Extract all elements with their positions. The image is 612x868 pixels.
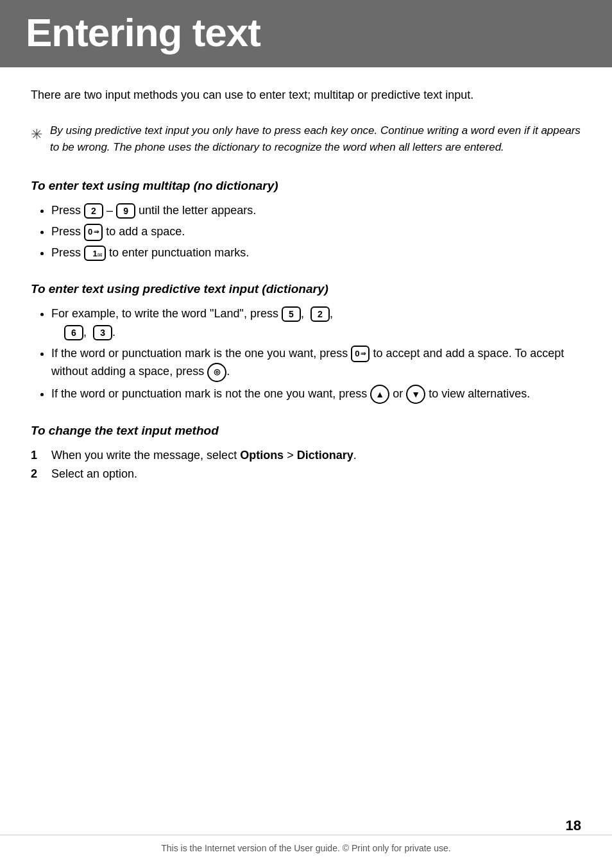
section3-list: 1 When you write the message, select Opt… [31,446,581,483]
key-0-space: 0⇒ [84,224,103,241]
key-2: 2 [84,203,103,219]
header: Entering text [0,0,612,67]
page-title: Entering text [26,12,586,53]
press-label-1: Press [51,204,84,217]
tip-text: By using predictive text input you only … [50,122,581,156]
section1-item1: Press 2 – 9 until the letter appears. [51,201,581,220]
intro-paragraph: There are two input methods you can use … [31,87,581,104]
space-label: to add a space. [106,225,185,238]
key-5: 5 [282,306,301,322]
footer: This is the Internet version of the User… [0,835,612,855]
key-up: ▲ [370,385,389,404]
section2-item1: For example, to write the word "Land", p… [51,305,581,342]
key-center: ◎ [207,363,226,382]
press-label-2: Press [51,225,84,238]
section2-list: For example, to write the word "Land", p… [31,305,581,404]
press-label-3: Press [51,246,84,259]
key-9: 9 [116,203,135,219]
section1-list: Press 2 – 9 until the letter appears. Pr… [31,201,581,262]
main-content: There are two input methods you can use … [0,87,612,553]
punct-label: to enter punctuation marks. [109,246,249,259]
key-0-accept: 0⇒ [351,346,370,363]
tip-icon: ✳ [31,124,42,145]
section3-title: To change the text input method [31,422,581,440]
section3-step2: 2 Select an option. [31,465,581,483]
page-wrapper: Entering text There are two input method… [0,0,612,553]
tip-box: ✳ By using predictive text input you onl… [31,122,581,156]
key-down: ▼ [406,385,425,404]
section2-item2: If the word or punctuation mark is the o… [51,344,581,382]
section3-step1: 1 When you write the message, select Opt… [31,446,581,465]
section1-item3: Press 1✉ to enter punctuation marks. [51,244,581,262]
key-6: 6 [64,325,83,340]
dash-separator: – [106,204,116,217]
until-label: until the letter appears. [139,204,256,217]
page-number: 18 [566,815,581,836]
key-2b: 2 [310,306,330,322]
key-1-punct: 1✉ [84,246,106,261]
section1-title: To enter text using multitap (no diction… [31,177,581,196]
key-3: 3 [93,325,112,340]
section1-item2: Press 0⇒ to add a space. [51,222,581,241]
section2-title: To enter text using predictive text inpu… [31,280,581,299]
section2-item3: If the word or punctuation mark is not t… [51,385,581,404]
